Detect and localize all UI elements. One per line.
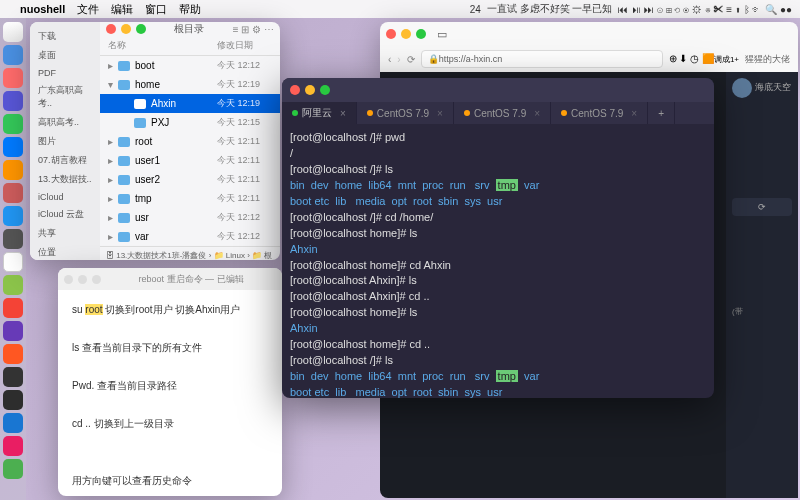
zoom-icon[interactable] [320,85,330,95]
notes-line: Pwd. 查看当前目录路径 [72,376,268,395]
sidebar-item[interactable]: 13.大数据技.. [34,171,96,188]
terminal-body[interactable]: [root@localhost /]# pwd/[root@localhost … [282,124,714,398]
menu-help[interactable]: 帮助 [179,2,201,17]
dock-icon[interactable] [3,160,23,180]
reload-icon[interactable]: ⟳ [407,54,415,65]
sidebar-item[interactable]: 下载 [34,28,96,45]
finder-window: 下载桌面PDF广东高职高考..高职高考..图片07.胡言教程13.大数据技..i… [30,22,280,260]
menubar: nuoshell 文件 编辑 窗口 帮助 24 一直试 多虑不好笑 一早已知 ⏮… [0,0,800,18]
terminal-tab[interactable]: CentOS 7.9 × [551,102,648,124]
sidebar-item[interactable]: 桌面 [34,47,96,64]
blog-author: 海底天空 [755,82,791,92]
app-name[interactable]: nuoshell [20,3,65,15]
table-row[interactable]: ▸ var 今天 12:12 [100,227,280,246]
table-row[interactable]: ▸ user2 今天 12:11 [100,170,280,189]
sidebar-item[interactable]: 图片 [34,133,96,150]
col-date[interactable]: 修改日期 [217,39,272,52]
finder-column-header[interactable]: 名称 修改日期 [100,36,280,56]
close-tab-icon[interactable]: × [631,108,637,119]
notes-line [72,395,268,414]
view-icons[interactable]: ≡ ⊞ ⚙ ⋯ [233,24,274,35]
dock-icon[interactable] [3,137,23,157]
dock-icon[interactable] [3,206,23,226]
close-icon[interactable] [106,24,116,34]
table-row[interactable]: ▸ boot 今天 12:12 [100,56,280,75]
file-name: var [135,231,217,242]
close-tab-icon[interactable]: × [437,108,443,119]
zoom-icon[interactable] [416,29,426,39]
dock-icon[interactable] [3,252,23,272]
menu-edit[interactable]: 编辑 [111,2,133,17]
sidebar-item[interactable]: 07.胡言教程 [34,152,96,169]
dock-icon[interactable] [3,275,23,295]
url-bar[interactable]: 🔒 https://a-hxin.cn [421,50,663,68]
col-name[interactable]: 名称 [108,39,217,52]
zoom-icon[interactable] [136,24,146,34]
menu-window[interactable]: 窗口 [145,2,167,17]
sidebar-item[interactable]: PDF [34,66,96,80]
dock-icon[interactable] [3,68,23,88]
notes-line: ls 查看当前目录下的所有文件 [72,338,268,357]
file-name: PXJ [151,117,217,128]
sidebar-item[interactable]: iCloud 云盘 [34,206,96,223]
close-tab-icon[interactable]: × [340,108,346,119]
sidebar-item[interactable]: 高职高考.. [34,114,96,131]
zoom-icon[interactable] [92,275,101,284]
dock-icon[interactable] [3,229,23,249]
bookmark-label[interactable]: 猩猩的大佬 [745,53,790,66]
table-row[interactable]: ▸ user1 今天 12:11 [100,151,280,170]
sidebar-item[interactable]: 共享 [34,225,96,242]
file-date: 今天 12:11 [217,173,272,186]
avatar[interactable] [732,78,752,98]
file-name: user1 [135,155,217,166]
dock-finder-icon[interactable] [3,22,23,42]
table-row[interactable]: Ahxin 今天 12:19 [100,94,280,113]
close-icon[interactable] [386,29,396,39]
notes-body[interactable]: su root 切换到root用户 切换Ahxin用户 ls 查看当前目录下的所… [58,290,282,496]
status-badge: 24 [470,4,481,15]
dock-icon[interactable] [3,114,23,134]
close-icon[interactable] [290,85,300,95]
media-icons[interactable]: ⏮ ⏯ ⏭ ⊙ ⊞ ⟲ ◉ ⚙ ※ ✂ ≡ ⬆ ᛒ ᯤ 🔍 ●● [618,4,792,15]
minimize-icon[interactable] [78,275,87,284]
menu-file[interactable]: 文件 [77,2,99,17]
dock-icon[interactable] [3,91,23,111]
terminal-window: 阿里云 × CentOS 7.9 × CentOS 7.9 × CentOS 7… [282,78,714,398]
notes-line: 用方向键可以查看历史命令 [72,471,268,490]
dock-icon[interactable] [3,390,23,410]
dock-icon[interactable] [3,413,23,433]
dock-icon[interactable] [3,45,23,65]
table-row[interactable]: ▸ root 今天 12:11 [100,132,280,151]
dock-icon[interactable] [3,367,23,387]
dock-icon[interactable] [3,183,23,203]
sidebar-toggle-icon[interactable]: ▭ [437,28,447,41]
terminal-tab[interactable]: 阿里云 × [282,102,357,124]
table-row[interactable]: ▾ home 今天 12:19 [100,75,280,94]
finder-pathbar[interactable]: 🗄 13.大数据技术1班-潘鑫俊 › 📁 Linux › 📁 根目录 10个项目… [100,246,280,260]
close-icon[interactable] [64,275,73,284]
sidebar-item[interactable]: 位置 [34,244,96,260]
minimize-icon[interactable] [121,24,131,34]
minimize-icon[interactable] [401,29,411,39]
sidebar-item[interactable]: iCloud [34,190,96,204]
blog-widget[interactable]: ⟳ [732,198,792,216]
dock-icon[interactable] [3,436,23,456]
close-tab-icon[interactable]: × [534,108,540,119]
sidebar-item[interactable]: 广东高职高考.. [34,82,96,112]
extensions-icon[interactable]: ⊕ ⬇ ◷ 🟧调成1+ [669,53,739,65]
dock-icon[interactable] [3,321,23,341]
forward-icon[interactable]: › [397,54,400,65]
table-row[interactable]: ▸ usr 今天 12:12 [100,208,280,227]
minimize-icon[interactable] [305,85,315,95]
dock-icon[interactable] [3,298,23,318]
dock-icon[interactable] [3,344,23,364]
dock-icon[interactable] [3,459,23,479]
table-row[interactable]: PXJ 今天 12:15 [100,113,280,132]
new-tab-button[interactable]: + [648,102,675,124]
back-icon[interactable]: ‹ [388,54,391,65]
file-name: boot [135,60,217,71]
terminal-tab[interactable]: CentOS 7.9 × [454,102,551,124]
terminal-tab[interactable]: CentOS 7.9 × [357,102,454,124]
folder-icon [134,118,146,128]
table-row[interactable]: ▸ tmp 今天 12:11 [100,189,280,208]
